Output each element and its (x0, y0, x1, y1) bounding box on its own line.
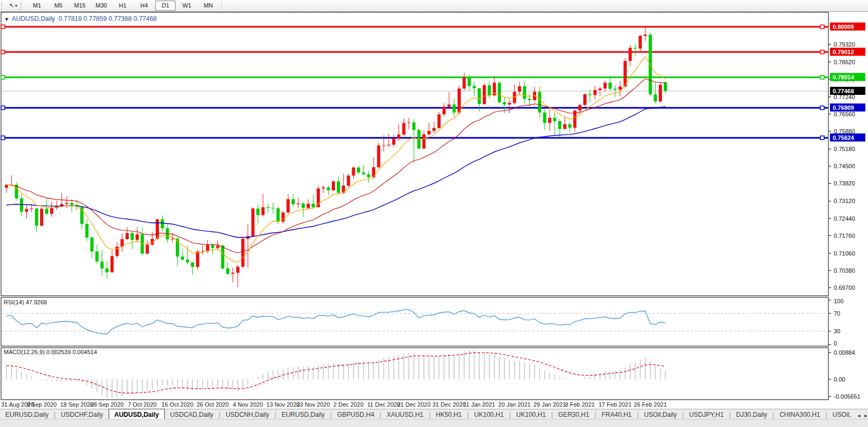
date-tick-label: 23 Nov 2020 (296, 401, 330, 408)
svg-text:0.74500: 0.74500 (834, 163, 855, 169)
tab-gbpusd-h4[interactable]: GBPUSD,H4 (332, 410, 379, 419)
tab-audusd-daily[interactable]: AUDUSD,Daily (109, 409, 165, 419)
svg-text:0.79012: 0.79012 (833, 49, 854, 55)
svg-text:0.73120: 0.73120 (834, 198, 855, 204)
svg-text:70: 70 (834, 310, 840, 317)
svg-text:0.75624: 0.75624 (833, 134, 855, 141)
svg-text:0.78620: 0.78620 (834, 59, 855, 65)
svg-text:0.71760: 0.71760 (834, 233, 855, 239)
tab-ger30-h1[interactable]: GER30,H1 (553, 410, 595, 419)
svg-text:0.79320: 0.79320 (834, 41, 855, 48)
timeframe-button-m30[interactable]: M30 (91, 1, 111, 11)
date-tick-label: 21 Dec 2020 (397, 401, 430, 408)
svg-text:-0.005651: -0.005651 (834, 393, 861, 400)
svg-text:100: 100 (834, 298, 843, 304)
toolbar-separator (222, 2, 223, 10)
svg-text:0.77468: 0.77468 (833, 88, 854, 94)
timeframe-button-m1[interactable]: M1 (27, 1, 47, 11)
svg-text:0.75180: 0.75180 (834, 146, 855, 152)
svg-text:0.80009: 0.80009 (833, 24, 854, 30)
chart-title: ▼AUDUSD,Daily 0.77818 0.77859 0.77368 0.… (4, 15, 157, 23)
tab-dj30-daily[interactable]: DJ30,Daily (730, 410, 772, 419)
date-tick-label: 26 Feb 2021 (634, 401, 667, 408)
svg-text:0.71060: 0.71060 (834, 250, 855, 257)
svg-text:0.00884: 0.00884 (834, 349, 855, 356)
timeframe-button-m5[interactable]: M5 (48, 1, 68, 11)
price-chart-canvas[interactable]: 0.793200.786200.779400.772400.765600.758… (0, 12, 868, 400)
date-tick-label: 11 Dec 2020 (367, 401, 400, 408)
tab-uk100-h1[interactable]: UK100,H1 (511, 410, 551, 419)
date-tick-label: 29 Jan 2021 (534, 401, 566, 408)
svg-text:0.78014: 0.78014 (833, 74, 855, 80)
date-tick-label: 18 Sep 2020 (60, 401, 93, 408)
toolbar-grip[interactable] (1, 2, 4, 10)
top-toolbar: ↖ ▾ M1M5M15M30H1H4D1W1MN (0, 0, 868, 12)
date-tick-label: 16 Oct 2020 (162, 401, 194, 408)
date-tick-label: 31 Dec 2020 (432, 401, 466, 408)
tab-eurusd-daily[interactable]: EURUSD,Daily (0, 410, 54, 419)
chart-tab-bar: EURUSD,Daily|USDCHF,DailyAUDUSD,DailyUSD… (0, 409, 868, 419)
cursor-icon: ↖ (9, 2, 14, 9)
tab-scroll-left-icon[interactable]: ◂ (857, 413, 860, 418)
tab-usdchf-daily[interactable]: USDCHF,Daily (56, 410, 109, 419)
svg-text:0: 0 (834, 340, 837, 347)
tab-usdcad-daily[interactable]: USDCAD,Daily (165, 410, 219, 419)
svg-text:0.00: 0.00 (834, 376, 845, 383)
symbol-dropdown-icon[interactable]: ▼ (4, 17, 9, 22)
toolbar-grip-2[interactable] (20, 2, 24, 10)
timeframe-button-h1[interactable]: H1 (112, 1, 133, 11)
tab-usdcnh-daily[interactable]: USDCNH,Daily (220, 410, 275, 419)
rsi-indicator-label: RSI(14) 47.9268 (4, 299, 47, 305)
svg-text:0.73820: 0.73820 (834, 180, 855, 186)
timeframe-button-group: M1M5M15M30H1H4D1W1MN (26, 1, 219, 11)
chart-title-symbol: AUDUSD,Daily (12, 15, 55, 23)
svg-text:30: 30 (834, 328, 840, 334)
chart-title-ohlc: 0.77818 0.77859 0.77368 0.77468 (58, 15, 157, 23)
tab-china300-h1[interactable]: CHINA300,H1 (774, 410, 826, 419)
timeframe-button-w1[interactable]: W1 (177, 1, 197, 11)
tab-xauusd-h1[interactable]: XAUUSD,H1 (381, 410, 429, 419)
date-tick-label: 13 Nov 2020 (267, 401, 300, 408)
cursor-tool-button[interactable]: ↖ ▾ (7, 1, 19, 11)
date-tick-label: 20 Jan 2021 (498, 401, 531, 408)
svg-text:0.70380: 0.70380 (834, 267, 855, 274)
date-tick-label: 4 Nov 2020 (233, 401, 263, 408)
date-tick-label: 17 Feb 2021 (599, 401, 632, 408)
chart-window[interactable]: 0.793200.786200.779400.772400.765600.758… (0, 12, 868, 400)
tab-uk100-h1[interactable]: UK100,H1 (469, 410, 509, 419)
date-tick-label: 26 Oct 2020 (196, 401, 229, 408)
date-tick-label: 2 Dec 2020 (333, 401, 363, 408)
tab-hk50-h1[interactable]: HK50,H1 (430, 410, 467, 419)
timeframe-button-m15[interactable]: M15 (70, 1, 90, 11)
svg-text:0.72440: 0.72440 (834, 215, 855, 222)
date-tick-label: 8 Feb 2021 (565, 401, 595, 408)
date-tick-label: 11 Jan 2021 (463, 401, 496, 408)
tab-usdjpy-h1[interactable]: USDJPY,H1 (684, 410, 729, 419)
chevron-down-icon: ▾ (15, 3, 17, 8)
svg-text:0.69700: 0.69700 (834, 284, 855, 291)
svg-text:0.76809: 0.76809 (833, 104, 854, 111)
tab-usoil-daily[interactable]: USOil,Daily (638, 410, 682, 419)
tab-fra40-h1[interactable]: FRA40,H1 (596, 410, 637, 419)
tab-usoil-[interactable]: USOil, (827, 410, 857, 419)
date-tick-label: 7 Oct 2020 (128, 401, 157, 408)
macd-indicator-label: MACD(12,26,9) 0.002539 0.004514 (4, 349, 97, 355)
tab-eurusd-daily[interactable]: EURUSD,Daily (276, 410, 330, 419)
date-axis[interactable]: 31 Aug 20209 Sep 202018 Sep 202028 Sep 2… (0, 400, 868, 409)
timeframe-button-mn[interactable]: MN (198, 1, 218, 11)
timeframe-button-h4[interactable]: H4 (134, 1, 154, 11)
status-bar (0, 419, 868, 427)
tab-scroll-right-icon[interactable]: ▸ (864, 413, 867, 418)
date-tick-label: 9 Sep 2020 (27, 401, 57, 408)
date-tick-label: 28 Sep 2020 (90, 401, 124, 408)
timeframe-button-d1[interactable]: D1 (155, 1, 176, 11)
svg-text:0.76560: 0.76560 (834, 111, 855, 117)
